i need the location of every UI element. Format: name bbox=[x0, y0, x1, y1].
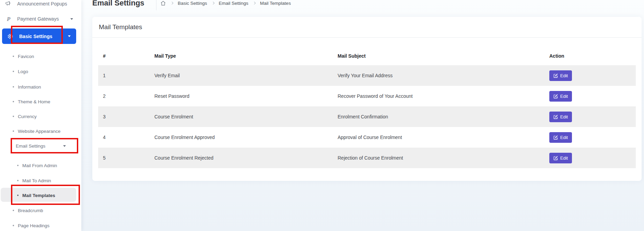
sidebar-item-label: Website Appearance bbox=[18, 129, 60, 134]
sidebar-item-breadcrumb[interactable]: Breadcrumb bbox=[13, 207, 43, 214]
chevron-right-icon bbox=[211, 2, 214, 4]
sidebar-item-mail-from-admin[interactable]: Mail From Admin bbox=[17, 162, 57, 169]
sidebar-item-mail-templates[interactable]: Mail Templates bbox=[17, 192, 55, 199]
sidebar: Announcement Popups P Payment Gateways B… bbox=[0, 0, 81, 231]
table-header-row: # Mail Type Mail Subject Action bbox=[98, 38, 636, 65]
sidebar-item-label: Payment Gateways bbox=[17, 16, 59, 22]
breadcrumb-item-mail-templates: Mail Templates bbox=[260, 1, 291, 6]
chevron-right-icon bbox=[253, 2, 256, 4]
paypal-icon: P bbox=[4, 16, 13, 22]
sidebar-item-label: Mail To Admin bbox=[22, 178, 51, 183]
bullet-icon bbox=[13, 225, 14, 226]
column-header-number: # bbox=[98, 53, 150, 59]
card-title: Mail Templates bbox=[92, 17, 642, 38]
bullet-icon bbox=[13, 71, 14, 72]
bullet-icon bbox=[17, 195, 19, 196]
breadcrumb-item-email-settings[interactable]: Email Settings bbox=[219, 1, 248, 6]
sidebar-item-label: Information bbox=[18, 84, 41, 90]
sidebar-item-announcement-popups[interactable]: Announcement Popups bbox=[4, 0, 67, 8]
edit-button[interactable]: Edit bbox=[549, 132, 572, 143]
caret-down-icon bbox=[70, 18, 73, 20]
sidebar-item-email-settings[interactable]: Email Settings bbox=[11, 142, 66, 150]
edit-button-label: Edit bbox=[560, 155, 568, 161]
sidebar-item-basic-settings[interactable]: Basic Settings bbox=[2, 28, 76, 44]
sidebar-item-website-appearance[interactable]: Website Appearance bbox=[13, 127, 60, 135]
bullet-icon bbox=[17, 180, 19, 181]
mail-type-cell: Course Enrolment bbox=[150, 114, 333, 119]
edit-pencil-icon bbox=[553, 156, 558, 160]
edit-button[interactable]: Edit bbox=[549, 112, 572, 122]
sidebar-item-label: Favicon bbox=[18, 54, 34, 59]
mail-templates-table: # Mail Type Mail Subject Action 1 Verify… bbox=[98, 38, 636, 168]
sidebar-item-information[interactable]: Information bbox=[13, 83, 41, 91]
mail-subject-cell: Enrolment Confirmation bbox=[333, 114, 545, 119]
edit-pencil-icon bbox=[553, 115, 558, 119]
sidebar-item-page-headings[interactable]: Page Headings bbox=[13, 222, 49, 229]
edit-button[interactable]: Edit bbox=[549, 91, 572, 102]
edit-button[interactable]: Edit bbox=[549, 70, 572, 81]
row-number: 5 bbox=[98, 155, 150, 161]
sidebar-item-payment-gateways[interactable]: P Payment Gateways bbox=[4, 15, 73, 23]
sidebar-item-label: Announcement Popups bbox=[17, 1, 67, 7]
row-number: 4 bbox=[98, 135, 150, 140]
gear-icon bbox=[6, 33, 14, 40]
mail-templates-card: Mail Templates # Mail Type Mail Subject … bbox=[92, 17, 642, 181]
column-header-mail-subject: Mail Subject bbox=[333, 53, 545, 59]
mail-subject-cell: Approval of Course Enrolment bbox=[333, 135, 545, 140]
bullet-icon bbox=[13, 101, 14, 102]
edit-pencil-icon bbox=[553, 73, 558, 78]
sidebar-item-label: Breadcrumb bbox=[18, 208, 43, 213]
breadcrumb-item-basic-settings[interactable]: Basic Settings bbox=[178, 1, 207, 6]
mail-subject-cell: Verify Your Email Address bbox=[333, 73, 545, 78]
table-row: 1 Verify Email Verify Your Email Address… bbox=[98, 65, 636, 86]
caret-down-icon bbox=[68, 35, 71, 37]
row-number: 2 bbox=[98, 93, 150, 99]
edit-pencil-icon bbox=[553, 135, 558, 140]
bullet-icon bbox=[17, 165, 19, 166]
sidebar-item-label: Mail Templates bbox=[22, 193, 55, 198]
bullet-icon bbox=[13, 56, 14, 57]
sidebar-item-label: Currency bbox=[18, 114, 37, 119]
sidebar-item-label: Basic Settings bbox=[19, 34, 52, 39]
header-divider bbox=[156, 0, 156, 10]
page-title: Email Settings bbox=[92, 0, 144, 8]
edit-button-label: Edit bbox=[560, 135, 568, 140]
home-icon[interactable] bbox=[160, 0, 166, 6]
edit-button[interactable]: Edit bbox=[549, 153, 572, 163]
table-row: 2 Reset Password Recover Password of You… bbox=[98, 86, 636, 106]
row-number: 1 bbox=[98, 73, 150, 78]
sidebar-item-theme-home[interactable]: Theme & Home bbox=[13, 98, 50, 105]
mail-type-cell: Course Enrolment Rejected bbox=[150, 155, 333, 161]
edit-button-label: Edit bbox=[560, 94, 568, 99]
table-row: 3 Course Enrolment Enrolment Confirmatio… bbox=[98, 106, 636, 127]
sidebar-item-label: Page Headings bbox=[18, 223, 49, 228]
bullet-icon bbox=[13, 130, 14, 132]
edit-pencil-icon bbox=[553, 94, 558, 99]
caret-down-icon bbox=[63, 145, 66, 147]
sidebar-item-label: Theme & Home bbox=[18, 99, 50, 104]
sidebar-item-logo[interactable]: Logo bbox=[13, 68, 28, 75]
edit-button-label: Edit bbox=[560, 73, 568, 78]
bullet-icon bbox=[13, 210, 14, 211]
mail-type-cell: Verify Email bbox=[150, 73, 333, 78]
mail-subject-cell: Recover Password of Your Account bbox=[333, 93, 545, 99]
bullet-icon bbox=[11, 145, 12, 147]
row-number: 3 bbox=[98, 114, 150, 119]
megaphone-icon bbox=[4, 0, 13, 7]
mail-subject-cell: Rejection of Course Enrolment bbox=[333, 155, 545, 161]
bullet-icon bbox=[13, 116, 14, 117]
chevron-right-icon bbox=[171, 2, 173, 4]
mail-type-cell: Course Enrolment Approved bbox=[150, 135, 333, 140]
sidebar-item-favicon[interactable]: Favicon bbox=[13, 53, 34, 60]
sidebar-item-mail-to-admin[interactable]: Mail To Admin bbox=[17, 177, 51, 184]
table-row: 5 Course Enrolment Rejected Rejection of… bbox=[98, 148, 636, 168]
sidebar-item-currency[interactable]: Currency bbox=[13, 113, 37, 120]
breadcrumb: Basic Settings Email Settings Mail Templ… bbox=[160, 0, 291, 6]
bullet-icon bbox=[13, 86, 14, 88]
edit-button-label: Edit bbox=[560, 114, 568, 119]
column-header-mail-type: Mail Type bbox=[150, 53, 333, 59]
sidebar-item-label: Email Settings bbox=[16, 143, 45, 149]
column-header-action: Action bbox=[545, 53, 636, 59]
main-content: Email Settings Basic Settings Email Sett… bbox=[81, 0, 644, 231]
mail-type-cell: Reset Password bbox=[150, 93, 333, 99]
